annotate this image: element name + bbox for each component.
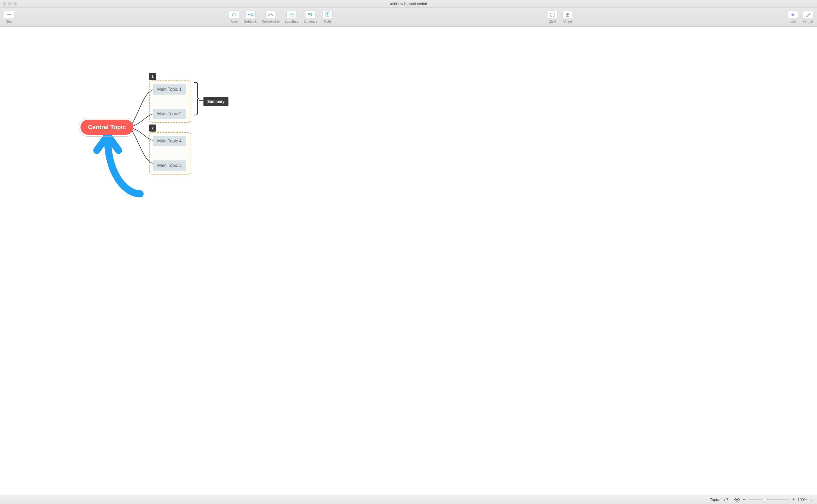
toolbar-label: Subtopic	[244, 20, 257, 23]
toolbar-group-right: Icon Format	[788, 11, 813, 23]
toolbar-label: Format	[803, 20, 813, 23]
visibility-toggle[interactable]	[734, 497, 740, 502]
boundary-badge: 2	[149, 125, 156, 132]
main-topic-4[interactable]: Main Topic 4	[153, 136, 186, 146]
zoom-slider[interactable]	[748, 499, 789, 500]
toolbar-label: Note	[324, 20, 331, 23]
plus-icon	[4, 11, 14, 19]
zen-button[interactable]: ZEN	[547, 11, 558, 23]
svg-rect-0	[232, 14, 236, 16]
toolbar-label: Share	[563, 20, 572, 23]
topic-icon	[229, 11, 239, 19]
svg-point-1	[247, 14, 249, 15]
topic-count-label: Topic:	[710, 497, 720, 502]
star-icon	[788, 11, 798, 19]
statusbar: Topic: 1 / 7 − + 100% ⌄	[0, 495, 817, 504]
note-icon	[322, 11, 332, 19]
subtopic-button[interactable]: Subtopic	[244, 11, 257, 23]
summary-button[interactable]: Summary	[303, 11, 317, 23]
boundary-badge: 1	[149, 73, 156, 80]
share-icon	[563, 11, 573, 19]
brush-icon	[803, 11, 813, 19]
icon-button[interactable]: Icon	[788, 11, 798, 23]
share-button[interactable]: Share	[563, 11, 573, 23]
window-controls	[3, 2, 17, 5]
svg-rect-6	[326, 13, 329, 17]
central-topic-label: Central Topic	[88, 124, 126, 131]
titlebar: rainbow branch.xmind	[0, 0, 817, 8]
toolbar-label: New	[6, 20, 12, 23]
boundary-icon	[286, 11, 297, 19]
topic-count: Topic: 1 / 7	[710, 497, 728, 502]
topic-label: Main Topic 2	[157, 111, 182, 116]
topic-count-index: 1	[721, 497, 723, 502]
boundary-button[interactable]: Boundary	[284, 11, 298, 23]
relationship-icon	[265, 11, 276, 19]
zoom-in-button[interactable]: +	[792, 497, 795, 502]
topic-count-total: 7	[726, 497, 728, 502]
main-topic-3[interactable]: Main Topic 3	[153, 160, 186, 171]
toolbar-label: Topic	[230, 20, 238, 23]
close-window-button[interactable]	[3, 2, 6, 5]
toolbar-label: Boundary	[284, 20, 298, 23]
svg-rect-5	[290, 14, 293, 15]
fullscreen-icon	[547, 11, 558, 19]
main-topic-2[interactable]: Main Topic 2	[153, 109, 186, 119]
topic-button[interactable]: Topic	[229, 11, 239, 23]
toolbar-label: Summary	[303, 20, 317, 23]
zoom-out-button[interactable]: −	[743, 497, 746, 502]
zoom-slider-thumb[interactable]	[763, 498, 767, 502]
annotation-arrow	[95, 135, 144, 198]
toolbar-label: ZEN	[549, 20, 556, 23]
new-button[interactable]: New	[4, 11, 14, 23]
topic-label: Main Topic 4	[157, 139, 182, 143]
window-title: rainbow branch.xmind	[0, 2, 817, 6]
topic-label: Main Topic 1	[157, 87, 182, 92]
relationship-button[interactable]: Relationship	[262, 11, 279, 23]
zoom-dropdown-icon[interactable]: ⌄	[810, 497, 813, 502]
summary-icon	[305, 11, 315, 19]
main-topic-1[interactable]: Main Topic 1	[153, 84, 186, 95]
svg-point-3	[268, 15, 269, 16]
toolbar-group-left: New	[4, 11, 14, 23]
svg-point-8	[736, 499, 738, 500]
toolbar: New Topic Subtopic Relationship	[0, 8, 817, 27]
topic-label: Main Topic 3	[157, 163, 182, 168]
toolbar-label: Icon	[790, 20, 796, 23]
toolbar-group-mid: ZEN Share	[547, 11, 573, 23]
zoom-percent[interactable]: 100%	[797, 497, 807, 502]
topic-count-sep: /	[724, 497, 725, 502]
statusbar-divider	[731, 497, 731, 502]
summary-topic[interactable]: Summary	[203, 97, 228, 106]
central-topic[interactable]: Central Topic	[80, 120, 133, 135]
note-button[interactable]: Note	[322, 11, 332, 23]
mindmap-canvas[interactable]: Central Topic 1 Main Topic 1 Main Topic …	[0, 27, 817, 495]
summary-label: Summary	[207, 99, 225, 104]
zoom-window-button[interactable]	[14, 2, 17, 5]
subtopic-icon	[245, 11, 256, 19]
toolbar-label: Relationship	[262, 20, 279, 23]
format-button[interactable]: Format	[803, 11, 813, 23]
toolbar-group-center: Topic Subtopic Relationship Boundary Sum…	[229, 11, 332, 23]
minimize-window-button[interactable]	[8, 2, 11, 5]
